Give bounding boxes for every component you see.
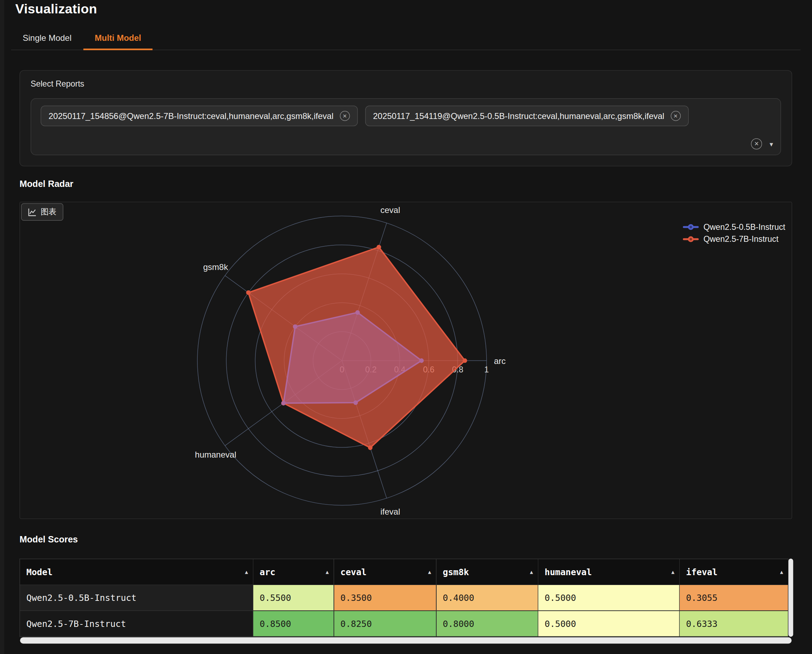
vertical-scrollbar[interactable] — [788, 559, 793, 637]
chip-remove-icon[interactable]: ✕ — [340, 111, 350, 121]
svg-text:ifeval: ifeval — [380, 507, 400, 516]
report-chip-label: 20250117_154119@Qwen2.5-0.5B-Instruct:ce… — [373, 111, 664, 121]
tab-single-model[interactable]: Single Model — [11, 29, 83, 50]
selected-report-chips: 20250117_154856@Qwen2.5-7B-Instruct:ceva… — [31, 99, 781, 133]
sort-icon[interactable]: ▲ — [780, 569, 783, 575]
col-header-label: humaneval — [545, 567, 592, 577]
report-chip: 20250117_154119@Qwen2.5-0.5B-Instruct:ce… — [365, 105, 688, 126]
sort-icon[interactable]: ▲ — [671, 569, 675, 575]
window-edge — [0, 0, 4, 654]
chip-remove-icon[interactable]: ✕ — [670, 111, 681, 121]
model-name-cell: Qwen2.5-0.5B-Instruct — [20, 585, 253, 611]
sort-icon[interactable]: ▲ — [325, 569, 328, 575]
clear-all-icon[interactable]: ✕ — [751, 138, 762, 150]
visualization-page: Visualization Single Model Multi Model S… — [0, 0, 812, 654]
page-title: Visualization — [15, 1, 97, 17]
col-header-arc[interactable]: arc▲ — [253, 559, 334, 585]
score-cell: 0.5000 — [538, 585, 679, 611]
legend-marker-icon — [683, 235, 699, 243]
sort-icon[interactable]: ▲ — [428, 569, 431, 575]
score-cell: 0.6333 — [679, 611, 788, 637]
radar-chart[interactable]: 00.20.40.60.81arccevalgsm8khumanevalifev… — [20, 202, 792, 519]
col-header-gsm8k[interactable]: gsm8k▲ — [436, 559, 538, 585]
svg-text:humaneval: humaneval — [195, 450, 236, 459]
tab-multi-model[interactable]: Multi Model — [83, 29, 153, 50]
report-chip: 20250117_154856@Qwen2.5-7B-Instruct:ceva… — [41, 105, 358, 126]
col-header-label: Model — [26, 567, 53, 577]
scores-table: Model▲ arc▲ ceval▲ gsm8k▲ humaneval▲ ife… — [20, 559, 789, 637]
chart-button-label: 图表 — [41, 207, 56, 217]
col-header-ifeval[interactable]: ifeval▲ — [679, 559, 788, 585]
score-cell: 0.4000 — [436, 585, 538, 611]
score-cell: 0.3055 — [679, 585, 788, 611]
score-cell: 0.5000 — [538, 611, 679, 637]
svg-text:1: 1 — [484, 365, 489, 374]
svg-text:arc: arc — [494, 356, 505, 366]
col-header-humaneval[interactable]: humaneval▲ — [538, 559, 679, 585]
score-cell: 0.8500 — [253, 611, 334, 637]
tab-bar: Single Model Multi Model — [11, 29, 800, 50]
svg-text:gsm8k: gsm8k — [203, 262, 228, 272]
line-chart-icon — [28, 208, 37, 216]
legend-marker-icon — [683, 223, 699, 231]
col-header-label: arc — [259, 567, 275, 577]
svg-text:ceval: ceval — [380, 205, 400, 215]
horizontal-scrollbar[interactable] — [20, 637, 792, 644]
multiselect-controls: ✕ ▼ — [751, 138, 774, 150]
reports-multiselect[interactable]: 20250117_154856@Qwen2.5-7B-Instruct:ceva… — [31, 98, 781, 155]
score-cell: 0.3500 — [334, 585, 436, 611]
col-header-label: ceval — [340, 567, 367, 577]
col-header-ceval[interactable]: ceval▲ — [334, 559, 436, 585]
model-radar-heading: Model Radar — [20, 179, 73, 190]
chart-type-button[interactable]: 图表 — [21, 203, 63, 221]
model-name-cell: Qwen2.5-7B-Instruct — [20, 611, 253, 637]
table-header-row: Model▲ arc▲ ceval▲ gsm8k▲ humaneval▲ ife… — [20, 559, 788, 585]
dropdown-caret-icon[interactable]: ▼ — [768, 141, 774, 147]
score-cell: 0.8000 — [436, 611, 538, 637]
chart-legend: Qwen2.5-0.5B-InstructQwen2.5-7B-Instruct — [683, 223, 785, 244]
sort-icon[interactable]: ▲ — [245, 569, 248, 575]
legend-label: Qwen2.5-7B-Instruct — [703, 234, 778, 244]
score-cell: 0.8250 — [334, 611, 436, 637]
col-header-model[interactable]: Model▲ — [20, 559, 253, 585]
legend-label: Qwen2.5-0.5B-Instruct — [703, 223, 785, 232]
sort-icon[interactable]: ▲ — [530, 569, 533, 575]
table-row: Qwen2.5-0.5B-Instruct 0.5500 0.3500 0.40… — [20, 585, 788, 611]
model-scores-heading: Model Scores — [20, 534, 78, 545]
col-header-label: gsm8k — [443, 567, 469, 577]
select-reports-label: Select Reports — [31, 79, 84, 89]
score-cell: 0.5500 — [253, 585, 334, 611]
table-row: Qwen2.5-7B-Instruct 0.8500 0.8250 0.8000… — [20, 611, 788, 637]
select-reports-panel: Select Reports 20250117_154856@Qwen2.5-7… — [20, 70, 792, 167]
col-header-label: ifeval — [686, 567, 717, 577]
report-chip-label: 20250117_154856@Qwen2.5-7B-Instruct:ceva… — [49, 111, 334, 121]
legend-item[interactable]: Qwen2.5-0.5B-Instruct — [683, 223, 785, 232]
legend-item[interactable]: Qwen2.5-7B-Instruct — [683, 234, 785, 244]
radar-chart-panel: 图表 Qwen2.5-0.5B-InstructQwen2.5-7B-Instr… — [20, 202, 792, 519]
